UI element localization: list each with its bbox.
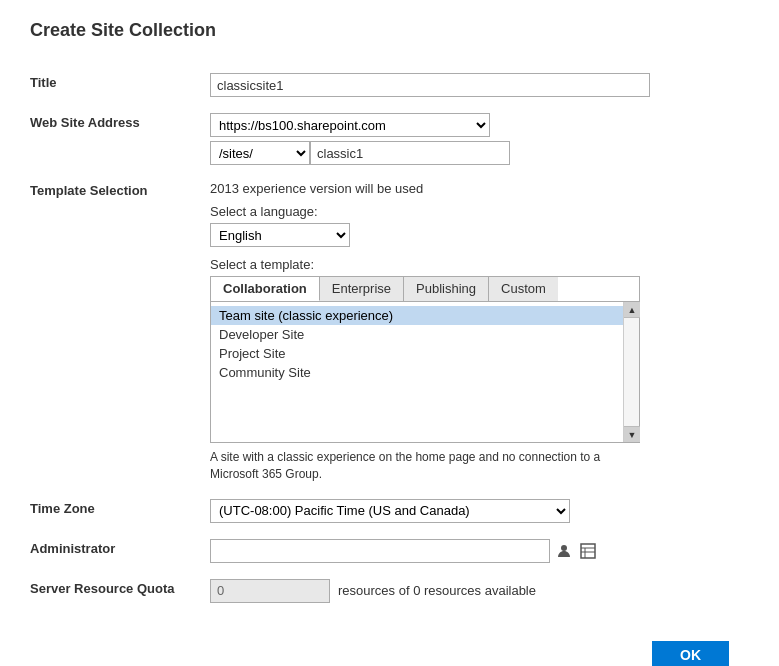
tab-custom[interactable]: Custom — [489, 277, 558, 301]
person-icon[interactable] — [554, 541, 574, 561]
web-address-label: Web Site Address — [30, 105, 210, 173]
browse-icon[interactable] — [578, 541, 598, 561]
tab-collaboration[interactable]: Collaboration — [211, 277, 320, 301]
scroll-down-btn[interactable]: ▼ — [624, 426, 640, 442]
quota-suffix: resources of 0 resources available — [338, 583, 536, 598]
page-title: Create Site Collection — [30, 20, 749, 41]
language-select[interactable]: English — [210, 223, 350, 247]
template-label: Template Selection — [30, 173, 210, 491]
ok-row: OK — [30, 641, 749, 666]
scrollbar-track: ▲ ▼ — [623, 302, 639, 442]
ok-button[interactable]: OK — [652, 641, 729, 666]
url-path-select[interactable]: /sites/ — [210, 141, 310, 165]
template-info: 2013 experience version will be used — [210, 181, 749, 196]
scroll-up-btn[interactable]: ▲ — [624, 302, 640, 318]
template-description: A site with a classic experience on the … — [210, 449, 640, 483]
language-label: Select a language: — [210, 204, 749, 219]
template-list: Team site (classic experience) Developer… — [211, 302, 639, 442]
url-slug-input[interactable] — [310, 141, 510, 165]
template-item-team-classic[interactable]: Team site (classic experience) — [211, 306, 639, 325]
administrator-input[interactable] — [210, 539, 550, 563]
template-item-developer[interactable]: Developer Site — [211, 325, 639, 344]
title-label: Title — [30, 65, 210, 105]
template-select-label: Select a template: — [210, 257, 749, 272]
template-item-community[interactable]: Community Site — [211, 363, 639, 382]
template-tab-bar: Collaboration Enterprise Publishing Cust… — [210, 276, 640, 301]
svg-point-0 — [561, 545, 567, 551]
url-domain-select[interactable]: https://bs100.sharepoint.com — [210, 113, 490, 137]
tab-publishing[interactable]: Publishing — [404, 277, 489, 301]
template-item-project[interactable]: Project Site — [211, 344, 639, 363]
administrator-label: Administrator — [30, 531, 210, 571]
title-input[interactable] — [210, 73, 650, 97]
svg-rect-1 — [581, 544, 595, 558]
timezone-label: Time Zone — [30, 491, 210, 531]
tab-enterprise[interactable]: Enterprise — [320, 277, 404, 301]
timezone-select[interactable]: (UTC-08:00) Pacific Time (US and Canada) — [210, 499, 570, 523]
template-list-container: Team site (classic experience) Developer… — [210, 301, 640, 443]
quota-input[interactable] — [210, 579, 330, 603]
quota-label: Server Resource Quota — [30, 571, 210, 611]
